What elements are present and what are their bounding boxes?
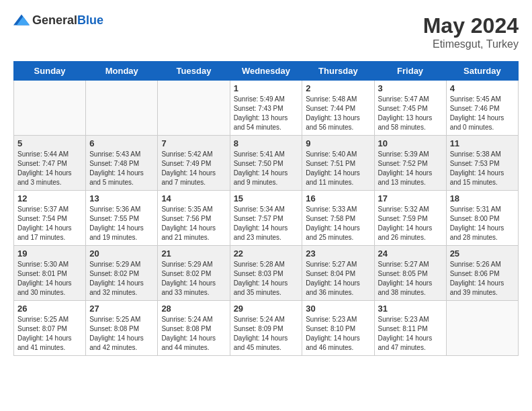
day-info: Sunrise: 5:49 AM Sunset: 7:43 PM Dayligh… [234, 95, 299, 132]
day-info: Sunrise: 5:36 AM Sunset: 7:55 PM Dayligh… [89, 205, 154, 242]
calendar-cell: 15Sunrise: 5:34 AM Sunset: 7:57 PM Dayli… [230, 191, 302, 246]
calendar-cell: 8Sunrise: 5:41 AM Sunset: 7:50 PM Daylig… [230, 136, 302, 191]
day-info: Sunrise: 5:29 AM Sunset: 8:02 PM Dayligh… [161, 260, 226, 298]
day-info: Sunrise: 5:25 AM Sunset: 8:08 PM Dayligh… [89, 315, 154, 353]
day-number: 21 [161, 248, 226, 259]
calendar-week-row: 19Sunrise: 5:30 AM Sunset: 8:01 PM Dayli… [14, 246, 519, 301]
calendar-cell: 20Sunrise: 5:29 AM Sunset: 8:02 PM Dayli… [86, 246, 158, 301]
day-number: 26 [17, 304, 82, 314]
day-info: Sunrise: 5:45 AM Sunset: 7:46 PM Dayligh… [450, 95, 515, 132]
calendar-cell [446, 301, 518, 356]
calendar-cell: 3Sunrise: 5:47 AM Sunset: 7:45 PM Daylig… [374, 81, 446, 136]
day-number: 22 [234, 248, 299, 259]
day-number: 16 [306, 193, 370, 203]
page-header: GeneralBlue May 2024 Etimesgut, Turkey [13, 13, 519, 50]
day-number: 4 [450, 83, 515, 93]
day-info: Sunrise: 5:47 AM Sunset: 7:45 PM Dayligh… [378, 95, 443, 132]
day-number: 18 [450, 193, 515, 203]
day-number: 20 [89, 248, 154, 259]
day-number: 23 [306, 248, 370, 259]
calendar-week-row: 12Sunrise: 5:37 AM Sunset: 7:54 PM Dayli… [14, 191, 519, 246]
day-number: 28 [161, 304, 226, 314]
weekday-header-wednesday: Wednesday [230, 62, 302, 81]
calendar-cell: 24Sunrise: 5:27 AM Sunset: 8:05 PM Dayli… [374, 246, 446, 301]
day-info: Sunrise: 5:33 AM Sunset: 7:58 PM Dayligh… [306, 205, 370, 242]
calendar-cell [14, 81, 86, 136]
month-year-title: May 2024 [423, 13, 519, 38]
day-info: Sunrise: 5:48 AM Sunset: 7:44 PM Dayligh… [306, 95, 370, 132]
day-number: 12 [17, 193, 82, 203]
day-info: Sunrise: 5:31 AM Sunset: 8:00 PM Dayligh… [450, 205, 515, 242]
calendar-week-row: 5Sunrise: 5:44 AM Sunset: 7:47 PM Daylig… [14, 136, 519, 191]
calendar-cell: 30Sunrise: 5:23 AM Sunset: 8:10 PM Dayli… [302, 301, 374, 356]
title-block: May 2024 Etimesgut, Turkey [423, 13, 519, 50]
day-number: 7 [161, 138, 226, 148]
day-number: 14 [161, 193, 226, 203]
day-number: 5 [17, 138, 82, 148]
day-info: Sunrise: 5:42 AM Sunset: 7:49 PM Dayligh… [161, 150, 226, 187]
day-number: 10 [378, 138, 443, 148]
day-number: 24 [378, 248, 443, 259]
day-number: 3 [378, 83, 443, 93]
day-number: 19 [17, 248, 82, 259]
day-info: Sunrise: 5:32 AM Sunset: 7:59 PM Dayligh… [378, 205, 443, 242]
day-info: Sunrise: 5:38 AM Sunset: 7:53 PM Dayligh… [450, 150, 515, 187]
day-number: 25 [450, 248, 515, 259]
day-info: Sunrise: 5:28 AM Sunset: 8:03 PM Dayligh… [234, 260, 299, 298]
calendar-week-row: 26Sunrise: 5:25 AM Sunset: 8:07 PM Dayli… [14, 301, 519, 356]
day-info: Sunrise: 5:25 AM Sunset: 8:07 PM Dayligh… [17, 315, 82, 353]
day-number: 11 [450, 138, 515, 148]
day-info: Sunrise: 5:34 AM Sunset: 7:57 PM Dayligh… [234, 205, 299, 242]
day-info: Sunrise: 5:43 AM Sunset: 7:48 PM Dayligh… [89, 150, 154, 187]
weekday-header-tuesday: Tuesday [158, 62, 230, 81]
day-info: Sunrise: 5:27 AM Sunset: 8:04 PM Dayligh… [306, 260, 370, 298]
calendar-week-row: 1Sunrise: 5:49 AM Sunset: 7:43 PM Daylig… [14, 81, 519, 136]
calendar-cell: 7Sunrise: 5:42 AM Sunset: 7:49 PM Daylig… [158, 136, 230, 191]
logo-text-blue: Blue [77, 13, 103, 27]
day-info: Sunrise: 5:41 AM Sunset: 7:50 PM Dayligh… [234, 150, 299, 187]
calendar-cell: 17Sunrise: 5:32 AM Sunset: 7:59 PM Dayli… [374, 191, 446, 246]
calendar-table: SundayMondayTuesdayWednesdayThursdayFrid… [13, 61, 519, 356]
calendar-cell: 18Sunrise: 5:31 AM Sunset: 8:00 PM Dayli… [446, 191, 518, 246]
calendar-cell: 31Sunrise: 5:23 AM Sunset: 8:11 PM Dayli… [374, 301, 446, 356]
calendar-cell: 10Sunrise: 5:39 AM Sunset: 7:52 PM Dayli… [374, 136, 446, 191]
weekday-header-sunday: Sunday [14, 62, 86, 81]
calendar-cell: 28Sunrise: 5:24 AM Sunset: 8:08 PM Dayli… [158, 301, 230, 356]
calendar-cell: 26Sunrise: 5:25 AM Sunset: 8:07 PM Dayli… [14, 301, 86, 356]
day-info: Sunrise: 5:39 AM Sunset: 7:52 PM Dayligh… [378, 150, 443, 187]
day-number: 27 [89, 304, 154, 314]
calendar-cell: 13Sunrise: 5:36 AM Sunset: 7:55 PM Dayli… [86, 191, 158, 246]
logo: GeneralBlue [13, 13, 103, 28]
day-info: Sunrise: 5:35 AM Sunset: 7:56 PM Dayligh… [161, 205, 226, 242]
logo-icon [13, 14, 30, 28]
day-info: Sunrise: 5:23 AM Sunset: 8:11 PM Dayligh… [378, 315, 443, 353]
weekday-header-friday: Friday [374, 62, 446, 81]
day-number: 13 [89, 193, 154, 203]
day-number: 30 [306, 304, 370, 314]
day-number: 9 [306, 138, 370, 148]
day-info: Sunrise: 5:44 AM Sunset: 7:47 PM Dayligh… [17, 150, 82, 187]
calendar-cell: 29Sunrise: 5:24 AM Sunset: 8:09 PM Dayli… [230, 301, 302, 356]
calendar-cell: 22Sunrise: 5:28 AM Sunset: 8:03 PM Dayli… [230, 246, 302, 301]
weekday-header-thursday: Thursday [302, 62, 374, 81]
day-info: Sunrise: 5:37 AM Sunset: 7:54 PM Dayligh… [17, 205, 82, 242]
day-number: 31 [378, 304, 443, 314]
calendar-cell: 11Sunrise: 5:38 AM Sunset: 7:53 PM Dayli… [446, 136, 518, 191]
calendar-cell [86, 81, 158, 136]
day-info: Sunrise: 5:24 AM Sunset: 8:09 PM Dayligh… [234, 315, 299, 353]
weekday-header-saturday: Saturday [446, 62, 518, 81]
location-title: Etimesgut, Turkey [423, 38, 519, 50]
day-number: 15 [234, 193, 299, 203]
day-info: Sunrise: 5:30 AM Sunset: 8:01 PM Dayligh… [17, 260, 82, 298]
calendar-cell: 16Sunrise: 5:33 AM Sunset: 7:58 PM Dayli… [302, 191, 374, 246]
calendar-cell: 4Sunrise: 5:45 AM Sunset: 7:46 PM Daylig… [446, 81, 518, 136]
weekday-header-monday: Monday [86, 62, 158, 81]
calendar-cell: 12Sunrise: 5:37 AM Sunset: 7:54 PM Dayli… [14, 191, 86, 246]
calendar-cell: 25Sunrise: 5:26 AM Sunset: 8:06 PM Dayli… [446, 246, 518, 301]
logo-text-general: General [32, 13, 77, 27]
day-number: 8 [234, 138, 299, 148]
calendar-cell: 1Sunrise: 5:49 AM Sunset: 7:43 PM Daylig… [230, 81, 302, 136]
calendar-cell: 6Sunrise: 5:43 AM Sunset: 7:48 PM Daylig… [86, 136, 158, 191]
calendar-cell [158, 81, 230, 136]
calendar-cell: 2Sunrise: 5:48 AM Sunset: 7:44 PM Daylig… [302, 81, 374, 136]
